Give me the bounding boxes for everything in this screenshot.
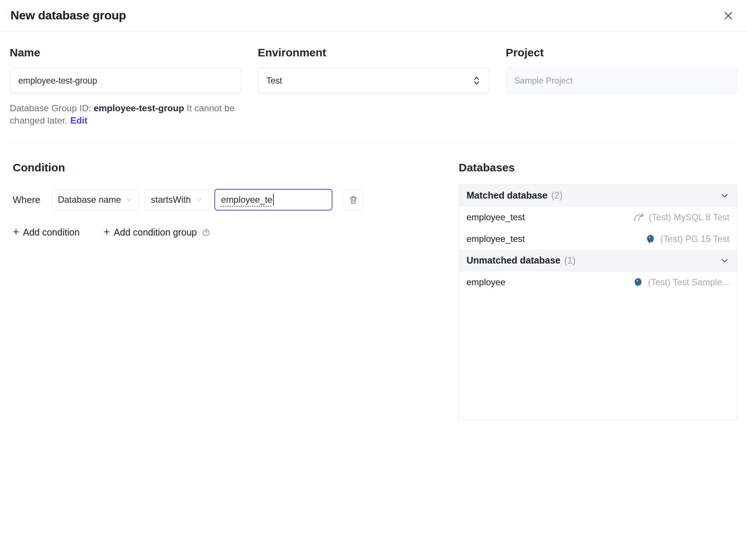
chevron-down-icon	[720, 256, 729, 265]
select-updown-icon	[472, 75, 481, 87]
mysql-icon	[633, 212, 644, 222]
operator-selector-value: startsWith	[151, 195, 191, 205]
condition-heading: Condition	[13, 161, 459, 174]
add-condition-group-label: Add condition group	[114, 227, 197, 238]
section-divider	[10, 143, 737, 143]
add-condition-button[interactable]: + Add condition	[13, 227, 80, 238]
condition-value-input[interactable]: employee_te	[214, 189, 332, 211]
new-database-group-dialog: New database group Name Database Group I…	[0, 0, 747, 420]
delete-condition-button[interactable]	[343, 189, 364, 210]
postgresql-icon	[633, 277, 644, 287]
condition-section: Condition Where Database name startsWith	[10, 161, 459, 238]
matched-database-title: Matched database(2)	[467, 190, 562, 201]
close-icon	[722, 10, 734, 22]
page-title: New database group	[10, 9, 126, 22]
chevron-down-icon	[195, 196, 203, 203]
group-id-note: Database Group ID: employee-test-group I…	[10, 102, 241, 127]
unmatched-database-header[interactable]: Unmatched database(1)	[459, 250, 737, 271]
database-meta: (Test) Test Sample...	[633, 277, 729, 287]
name-label: Name	[10, 46, 241, 59]
postgresql-icon	[646, 234, 656, 244]
databases-section: Databases Matched database(2) employee_t…	[459, 161, 737, 420]
edit-link[interactable]: Edit	[70, 115, 87, 125]
form-grid: Name Database Group ID: employee-test-gr…	[10, 46, 737, 127]
condition-actions: + Add condition + Add condition group	[13, 227, 459, 238]
chevron-down-icon	[125, 196, 133, 203]
project-label: Project	[506, 46, 737, 59]
environment-field-group: Environment Test	[258, 46, 489, 127]
project-field-group: Project Sample Project	[506, 46, 737, 127]
matched-database-header[interactable]: Matched database(2)	[459, 185, 737, 206]
database-meta: (Test) PG 15 Test	[646, 234, 729, 244]
database-row[interactable]: employee (Test) Test Sample...	[459, 271, 737, 293]
database-meta: (Test) MySQL 8 Test	[633, 212, 729, 223]
where-label: Where	[13, 195, 40, 205]
databases-heading: Databases	[459, 161, 737, 174]
plus-icon: +	[103, 226, 110, 237]
field-selector[interactable]: Database name	[52, 189, 139, 210]
lower-section: Condition Where Database name startsWith	[10, 161, 737, 420]
name-field-group: Name Database Group ID: employee-test-gr…	[10, 46, 241, 127]
help-icon	[202, 228, 210, 237]
chevron-down-icon	[720, 191, 729, 200]
trash-icon	[348, 195, 358, 205]
group-id-prefix: Database Group ID:	[10, 103, 94, 113]
database-row[interactable]: employee_test (Test) PG 15 Test	[459, 228, 737, 250]
name-input[interactable]	[10, 68, 241, 93]
environment-label: Environment	[258, 46, 489, 59]
field-selector-value: Database name	[58, 195, 121, 205]
unmatched-database-title: Unmatched database(1)	[467, 255, 576, 266]
databases-panel: Matched database(2) employee_test	[459, 184, 737, 420]
operator-selector[interactable]: startsWith	[145, 189, 209, 210]
close-button[interactable]	[720, 7, 737, 24]
plus-icon: +	[13, 226, 19, 237]
project-input: Sample Project	[506, 68, 737, 93]
dialog-body: Name Database Group ID: employee-test-gr…	[0, 46, 747, 420]
environment-select[interactable]: Test	[258, 68, 489, 93]
add-condition-label: Add condition	[23, 227, 80, 238]
condition-value-text: employee_te	[221, 195, 272, 205]
database-row[interactable]: employee_test (Test) MySQL 8 Test	[459, 206, 737, 228]
dialog-header: New database group	[0, 0, 747, 31]
project-value: Sample Project	[514, 76, 573, 86]
environment-value: Test	[266, 76, 282, 86]
group-id-value: employee-test-group	[94, 103, 184, 113]
condition-row: Where Database name startsWith	[13, 189, 459, 211]
add-condition-group-button[interactable]: + Add condition group	[103, 227, 210, 238]
text-caret	[273, 194, 274, 206]
